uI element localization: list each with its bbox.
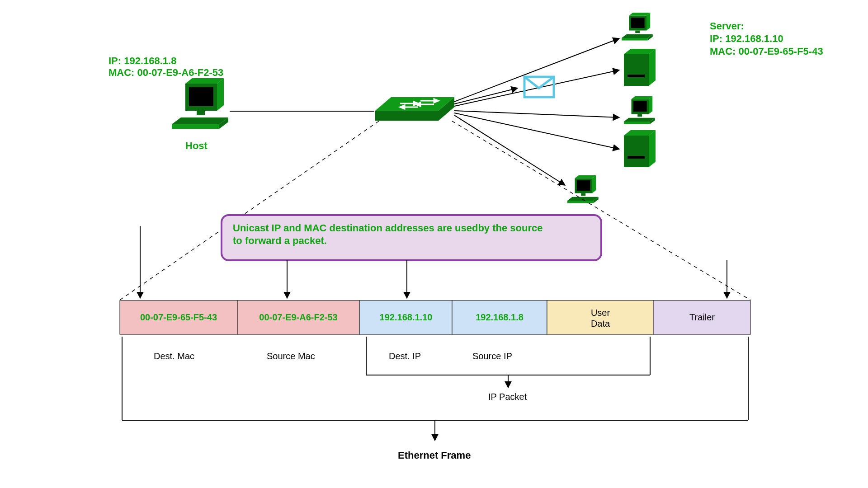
computer-icon: [622, 13, 653, 41]
diagram-canvas: IP: 192.168.1.8 MAC: 00-07-E9-A6-F2-53 S…: [0, 0, 868, 488]
svg-rect-28: [624, 54, 649, 86]
svg-rect-40: [624, 136, 649, 167]
svg-rect-1: [172, 124, 219, 129]
server-icon: [624, 49, 656, 86]
computer-icon: [567, 175, 599, 203]
computer-icon: [624, 96, 655, 124]
seg-destip-value: 192.168.1.10: [380, 312, 433, 322]
svg-marker-4: [217, 78, 224, 111]
seg-trailer-value: Trailer: [689, 312, 715, 322]
server-ip-label: IP: 192.168.1.10: [710, 33, 783, 44]
ethernet-frame-bracket: [122, 337, 748, 441]
ip-packet-label: IP Packet: [488, 392, 527, 402]
seg-destmac-value: 00-07-E9-65-F5-43: [140, 312, 217, 322]
svg-rect-38: [633, 101, 647, 112]
cap-srcip: Source IP: [472, 351, 512, 361]
seg-userdata-line2: Data: [591, 319, 610, 328]
svg-marker-30: [649, 49, 656, 86]
callout-box: Unicast IP and MAC destination addresses…: [222, 215, 601, 260]
svg-marker-42: [649, 130, 656, 167]
link-switch-dev2: [454, 70, 619, 106]
svg-rect-21: [622, 38, 648, 41]
svg-rect-27: [635, 31, 640, 33]
ethernet-frame-row: 00-07-E9-65-F5-43 00-07-E9-A6-F2-53 192.…: [120, 300, 750, 334]
link-switch-env: [454, 88, 518, 104]
seg-srcip-value: 192.168.1.8: [476, 312, 524, 322]
ip-packet-bracket: [366, 337, 650, 388]
link-switch-dev5: [454, 115, 565, 185]
svg-rect-26: [631, 18, 645, 28]
cap-destmac: Dest. Mac: [154, 351, 194, 361]
server-icon: [624, 130, 656, 167]
svg-marker-5: [185, 78, 224, 84]
svg-rect-43: [627, 156, 645, 159]
server-mac-label: MAC: 00-07-E9-65-F5-43: [710, 46, 823, 57]
dashed-right: [452, 121, 750, 300]
switch-icon: [375, 97, 454, 121]
computer-icon: [172, 78, 228, 129]
host-mac-label: MAC: 00-07-E9-A6-F2-53: [108, 67, 223, 78]
link-switch-dev3: [454, 111, 619, 117]
svg-rect-33: [624, 122, 650, 124]
host-ip-label: IP: 192.168.1.8: [108, 55, 176, 66]
server-title-label: Server:: [710, 20, 744, 32]
callout-line1: Unicast IP and MAC destination addresses…: [233, 222, 542, 234]
svg-rect-39: [637, 114, 642, 117]
ethernet-frame-label: Ethernet Frame: [398, 450, 471, 461]
cap-srcmac: Source Mac: [267, 351, 315, 361]
svg-marker-0: [172, 117, 228, 124]
callout-line2: to forward a packet.: [233, 235, 327, 246]
svg-marker-44: [567, 197, 599, 201]
seg-userdata-line1: User: [591, 308, 610, 318]
svg-rect-7: [197, 111, 205, 115]
svg-marker-24: [646, 13, 650, 31]
svg-rect-6: [189, 87, 213, 106]
dashed-left: [120, 121, 379, 300]
svg-rect-45: [567, 201, 594, 203]
svg-marker-36: [649, 96, 652, 114]
host-caption: Host: [185, 140, 208, 151]
svg-rect-50: [577, 180, 590, 191]
svg-marker-20: [622, 34, 653, 38]
envelope-icon: [524, 77, 554, 97]
seg-srcmac-value: 00-07-E9-A6-F2-53: [259, 312, 337, 322]
svg-rect-31: [627, 75, 645, 77]
link-switch-dev1: [454, 38, 619, 102]
cap-destip: Dest. IP: [389, 351, 421, 361]
svg-marker-48: [592, 175, 596, 193]
svg-marker-32: [624, 118, 655, 122]
svg-rect-51: [581, 193, 585, 196]
svg-rect-9: [375, 111, 439, 121]
